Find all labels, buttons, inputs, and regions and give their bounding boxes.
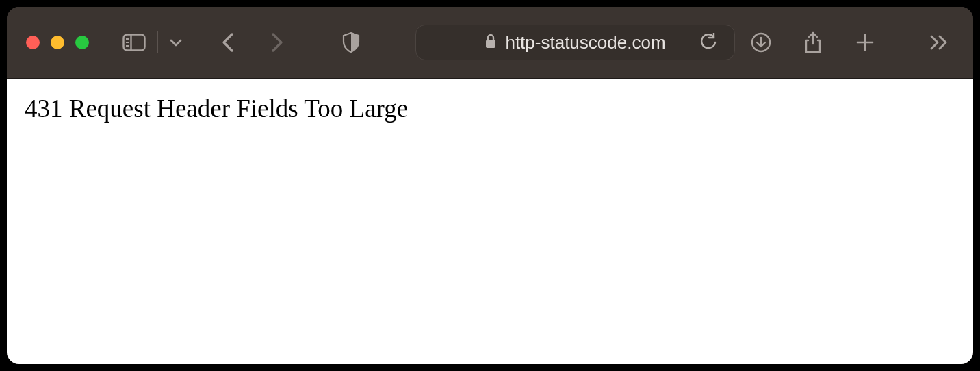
- minimize-button[interactable]: [51, 36, 64, 49]
- sidebar-controls: [119, 27, 185, 57]
- url-text: http-statuscode.com: [505, 32, 665, 53]
- page-content: 431 Request Header Fields Too Large: [7, 79, 973, 364]
- browser-toolbar: http-statuscode.com: [7, 7, 973, 79]
- maximize-button[interactable]: [75, 36, 89, 49]
- share-icon[interactable]: [798, 27, 828, 57]
- chevron-double-right-icon[interactable]: [924, 27, 954, 57]
- svg-rect-5: [486, 40, 495, 48]
- plus-icon[interactable]: [850, 27, 880, 57]
- download-icon[interactable]: [746, 27, 776, 57]
- forward-button[interactable]: [262, 27, 292, 57]
- back-button[interactable]: [213, 27, 243, 57]
- address-bar[interactable]: http-statuscode.com: [415, 25, 735, 60]
- sidebar-icon[interactable]: [119, 27, 149, 57]
- reload-icon[interactable]: [693, 27, 723, 57]
- toolbar-divider: [157, 31, 158, 53]
- shield-icon[interactable]: [336, 27, 366, 57]
- window-controls: [26, 36, 89, 49]
- browser-window: http-statuscode.com: [7, 7, 973, 364]
- close-button[interactable]: [26, 36, 40, 49]
- error-message: 431 Request Header Fields Too Large: [25, 94, 955, 123]
- navigation-controls: [213, 27, 292, 57]
- toolbar-right: [746, 27, 954, 57]
- lock-icon: [485, 34, 497, 51]
- chevron-down-icon[interactable]: [166, 27, 185, 57]
